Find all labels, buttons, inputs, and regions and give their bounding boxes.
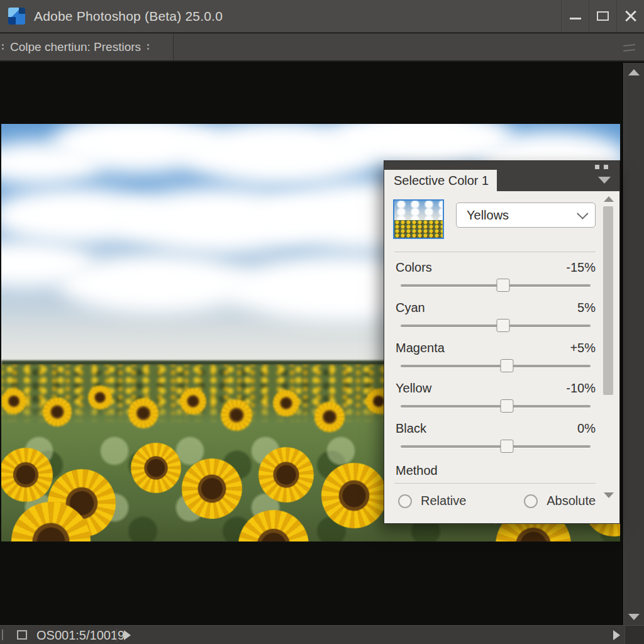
slider-knob[interactable] [501, 399, 514, 413]
maximize-button[interactable] [589, 0, 616, 32]
divider [394, 483, 596, 484]
radio-label: Absolute [547, 494, 596, 508]
slider-value: 0% [577, 421, 596, 436]
method-label: Method [396, 464, 596, 478]
slider-row-magenta: Magenta +5% [396, 341, 596, 373]
panel-scrollbar[interactable] [602, 195, 615, 509]
slider-track[interactable] [401, 440, 591, 453]
chevron-down-icon[interactable] [598, 177, 611, 184]
color-range-select[interactable]: Yellows [456, 203, 596, 228]
minimize-icon [570, 18, 581, 19]
panel-top-row: Yellows [393, 197, 596, 247]
status-divider [116, 628, 117, 642]
method-options: Relative Absolute [398, 494, 596, 508]
slider-row-cyan: Cyan 5% [396, 301, 596, 333]
window-title: Adobe Photoshop (Beta) 25.0.0 [34, 9, 223, 24]
scroll-up-icon[interactable] [604, 196, 614, 202]
title-bar: Adobe Photoshop (Beta) 25.0.0 [0, 0, 644, 33]
maximize-icon [597, 11, 609, 21]
radio-relative[interactable]: Relative [398, 494, 466, 508]
scroll-up-icon[interactable] [628, 69, 640, 75]
slider-label: Magenta [396, 341, 445, 355]
hscroll-right-icon[interactable] [613, 630, 620, 640]
slider-value: +5% [570, 341, 596, 355]
close-button[interactable] [616, 0, 644, 32]
status-arrow-icon[interactable] [124, 630, 131, 640]
slider-value: 5% [577, 301, 596, 315]
menu-dots-icon [147, 44, 149, 50]
selective-color-panel: Selective Color 1 Yellows [384, 160, 620, 524]
tab-selective-color[interactable]: Selective Color 1 [384, 170, 497, 191]
slider-track[interactable] [401, 279, 591, 292]
slider-row-colors: Colors -15% [396, 260, 596, 292]
radio-circle-icon [524, 494, 538, 508]
minimize-button[interactable] [561, 0, 589, 32]
window-controls [561, 0, 644, 32]
panel-body: Yellows Colors -15% Cyan [384, 191, 620, 524]
photoshop-window: Adobe Photoshop (Beta) 25.0.0 Colpe cher… [0, 0, 644, 644]
panel-tab-title: Selective Color 1 [394, 174, 489, 188]
color-range-value: Yellows [467, 208, 509, 223]
status-square-icon [17, 630, 27, 640]
options-bar: Colpe chertiun: Prestiors [0, 33, 644, 62]
workspace: Selective Color 1 Yellows [0, 63, 644, 625]
grip-dots-icon [2, 44, 4, 50]
slider-label: Yellow [396, 381, 431, 396]
close-icon [625, 10, 637, 23]
vertical-scrollbar[interactable] [623, 63, 644, 625]
layer-thumbnail[interactable] [393, 199, 444, 239]
scrollbar-thumb[interactable] [603, 206, 613, 395]
scroll-down-icon[interactable] [628, 614, 640, 620]
slider-value: -15% [566, 260, 596, 275]
thumbnail-field [394, 220, 443, 238]
chevron-down-icon [577, 208, 588, 219]
slider-track[interactable] [401, 359, 591, 373]
slider-knob[interactable] [501, 359, 514, 372]
document-info: OS001:5/10019 [36, 628, 125, 643]
radio-label: Relative [421, 494, 466, 508]
slider-knob[interactable] [501, 440, 514, 453]
radio-absolute[interactable]: Absolute [524, 494, 596, 508]
slider-knob[interactable] [497, 279, 510, 292]
divider [394, 252, 596, 252]
radio-circle-icon [398, 494, 412, 508]
tool-preset-label: Colpe chertiun: Prestiors [10, 40, 141, 54]
slider-label: Black [396, 421, 426, 436]
options-overflow-icon[interactable] [624, 41, 635, 55]
slider-row-black: Black 0% [396, 421, 596, 453]
slider-knob[interactable] [497, 319, 510, 332]
panel-tab-rest [497, 170, 619, 191]
status-divider [2, 630, 3, 640]
slider-track[interactable] [401, 319, 591, 333]
status-bar: OS001:5/10019 [0, 625, 644, 644]
panel-header[interactable]: Selective Color 1 [384, 160, 620, 191]
tool-preset-section[interactable]: Colpe chertiun: Prestiors [0, 33, 174, 60]
scroll-down-icon[interactable] [604, 492, 614, 498]
panel-options-icon[interactable] [595, 165, 608, 169]
slider-value: -10% [566, 381, 596, 396]
slider-label: Colors [396, 260, 432, 275]
photoshop-logo-icon [8, 8, 25, 25]
panel-tab-row: Selective Color 1 [384, 170, 619, 191]
thumbnail-sky [394, 201, 443, 220]
slider-label: Cyan [396, 301, 425, 315]
slider-track[interactable] [401, 399, 591, 413]
slider-row-yellow: Yellow -10% [396, 381, 596, 413]
scrollbar-corner [625, 626, 644, 644]
